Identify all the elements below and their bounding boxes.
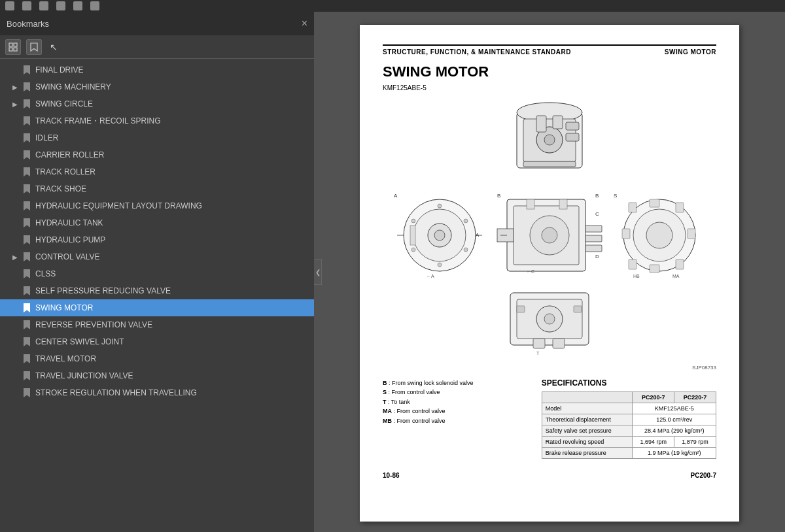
svg-rect-3	[14, 48, 17, 51]
bookmark-item-reverse-prevention[interactable]: REVERSE PREVENTION VALVE	[0, 316, 314, 333]
bookmark-item-track-frame[interactable]: TRACK FRAME・RECOIL SPRING	[0, 112, 314, 129]
bookmark-item-track-roller[interactable]: TRACK ROLLER	[0, 163, 314, 180]
bookmark-label-track-frame: TRACK FRAME・RECOIL SPRING	[35, 116, 309, 127]
bookmark-item-travel-junction[interactable]: TRAVEL JUNCTION VALVE	[0, 367, 314, 384]
bookmark-icon-swing-motor	[22, 303, 31, 313]
diagram-label: SJP08733	[692, 365, 716, 371]
col-header-pc220: PC220-7	[674, 392, 716, 403]
svg-point-58	[646, 222, 672, 248]
bookmark-item-center-swivel[interactable]: CENTER SWIVEL JOINT	[0, 333, 314, 350]
svg-rect-54	[676, 203, 684, 212]
toolbar-icon-4	[56, 1, 65, 10]
value-model: KMF125ABE-5	[633, 403, 716, 414]
bookmark-item-self-pressure[interactable]: SELF PRESSURE REDUCING VALVE	[0, 282, 314, 299]
svg-text:T: T	[536, 351, 540, 356]
motor-diagram-right: S HB MA	[610, 190, 708, 281]
bookmark-label-swing-motor: SWING MOTOR	[35, 303, 309, 312]
expand-arrow-swing-machinery[interactable]: ▶	[10, 82, 20, 91]
value-revolving-pc220: 1,879 rpm	[674, 437, 716, 448]
svg-point-8	[544, 135, 555, 145]
legend-t: T : To tank	[383, 397, 529, 407]
bookmark-icon-track-frame	[22, 116, 31, 126]
table-row-safety-valve: Safety valve set pressure 28.4 MPa (290 …	[542, 425, 716, 437]
bookmark-view-button[interactable]	[26, 39, 42, 55]
svg-rect-11	[566, 122, 579, 130]
bookmark-label-control-valve: CONTROL VALVE	[35, 252, 309, 261]
bookmark-item-track-shoe[interactable]: TRACK SHOE	[0, 180, 314, 197]
bookmark-icon-final-drive	[22, 65, 31, 75]
bookmark-label-hydraulic-equip: HYDRAULIC EQUIPMENT LAYOUT DRAWING	[35, 201, 309, 210]
model-number: PC200-7	[691, 472, 716, 479]
bookmark-item-travel-motor[interactable]: TRAVEL MOTOR	[0, 350, 314, 367]
bookmark-item-final-drive[interactable]: FINAL DRIVE	[0, 61, 314, 78]
bookmark-item-hydraulic-equip[interactable]: HYDRAULIC EQUIPMENT LAYOUT DRAWING	[0, 197, 314, 214]
bookmark-item-control-valve[interactable]: ▶CONTROL VALVE	[0, 248, 314, 265]
svg-rect-56	[629, 203, 637, 212]
specs-legend: B : From swing lock solenoid valve S : F…	[383, 378, 529, 425]
svg-rect-44	[559, 199, 567, 209]
svg-rect-0	[9, 43, 12, 46]
bookmark-item-carrier-roller[interactable]: CARRIER ROLLER	[0, 146, 314, 163]
bookmark-item-hydraulic-tank[interactable]: HYDRAULIC TANK	[0, 214, 314, 231]
collapse-panel-button[interactable]: ❮	[314, 259, 322, 285]
motor-diagram-top	[500, 99, 599, 184]
bookmark-label-track-roller: TRACK ROLLER	[35, 167, 309, 176]
main-area: Bookmarks × ↖ FINAL DRIVE▶SWING MACH	[0, 12, 785, 532]
bookmark-icon-travel-motor	[22, 354, 31, 364]
svg-rect-52	[650, 265, 659, 273]
label-safety-valve: Safety valve set pressure	[542, 425, 633, 437]
legend-b: B : From swing lock solenoid valve	[383, 378, 529, 388]
bookmark-label-center-swivel: CENTER SWIVEL JOINT	[35, 337, 309, 346]
bookmark-label-clss: CLSS	[35, 269, 309, 278]
bookmark-icon-track-shoe	[22, 184, 31, 194]
doc-header-right: SWING MOTOR	[665, 48, 716, 56]
bookmark-item-swing-circle[interactable]: ▶SWING CIRCLE	[0, 95, 314, 112]
bookmark-label-carrier-roller: CARRIER ROLLER	[35, 150, 309, 159]
bookmark-label-hydraulic-tank: HYDRAULIC TANK	[35, 218, 309, 227]
bookmarks-toolbar: ↖	[0, 35, 314, 59]
bookmark-label-swing-circle: SWING CIRCLE	[35, 99, 309, 108]
svg-text:D: D	[595, 254, 599, 259]
legend-ma: MA : From control valve	[383, 407, 529, 416]
expand-all-button[interactable]	[5, 39, 21, 55]
svg-rect-9	[536, 116, 546, 132]
doc-model-code: KMF125ABE-5	[383, 84, 716, 91]
svg-rect-38	[585, 225, 602, 232]
svg-rect-53	[622, 229, 630, 239]
svg-text:A: A	[394, 193, 398, 199]
svg-rect-2	[9, 48, 12, 51]
doc-title: SWING MOTOR	[383, 63, 716, 80]
expand-arrow-swing-circle[interactable]: ▶	[10, 99, 20, 108]
bookmark-icon-center-swivel	[22, 337, 31, 347]
bookmark-icon-hydraulic-tank	[22, 218, 31, 228]
table-row-displacement: Theoretical displacement 125.0 cm³/rev	[542, 414, 716, 425]
svg-rect-10	[553, 116, 563, 129]
expand-arrow-control-valve[interactable]: ▶	[10, 252, 20, 261]
bookmark-icon-clss	[22, 269, 31, 279]
diagram-row-middle: A A ←A	[391, 190, 708, 281]
page-number: 10-86	[383, 472, 400, 479]
bookmark-item-clss[interactable]: CLSS	[0, 265, 314, 282]
value-safety-valve: 28.4 MPa (290 kg/cm²)	[633, 425, 716, 437]
toolbar-icon-6	[90, 1, 99, 10]
bookmark-icon-swing-circle	[22, 99, 31, 109]
close-bookmarks-button[interactable]: ×	[302, 18, 307, 29]
cursor-indicator: ↖	[50, 42, 58, 52]
bookmark-label-hydraulic-pump: HYDRAULIC PUMP	[35, 235, 309, 244]
bookmark-item-swing-machinery[interactable]: ▶SWING MACHINERY	[0, 78, 314, 95]
bookmark-item-stroke-regulation[interactable]: STROKE REGULATION WHEN TRAVELLING	[0, 384, 314, 401]
bookmark-item-hydraulic-pump[interactable]: HYDRAULIC PUMP	[0, 231, 314, 248]
diagram-row-top	[500, 99, 599, 184]
document-panel[interactable]: STRUCTURE, FUNCTION, & MAINTENANCE STAND…	[314, 12, 785, 532]
bookmark-item-idler[interactable]: IDLER	[0, 129, 314, 146]
motor-diagram-center: B B C D D	[494, 190, 605, 281]
toolbar-icon-1	[5, 1, 14, 10]
doc-header-left: STRUCTURE, FUNCTION, & MAINTENANCE STAND…	[383, 48, 571, 56]
specs-title: SPECIFICATIONS	[542, 378, 716, 388]
svg-text:←A: ←A	[427, 274, 434, 278]
bookmark-icon-hydraulic-pump	[22, 235, 31, 245]
svg-point-29	[411, 219, 415, 223]
bookmarks-list[interactable]: FINAL DRIVE▶SWING MACHINERY▶SWING CIRCLE…	[0, 59, 314, 532]
bookmark-item-swing-motor[interactable]: SWING MOTOR	[0, 299, 314, 316]
bookmark-icon-travel-junction	[22, 371, 31, 381]
